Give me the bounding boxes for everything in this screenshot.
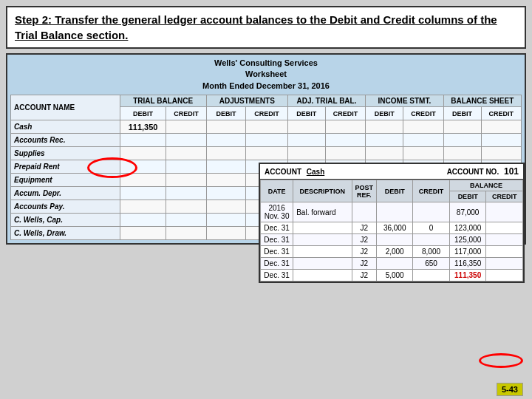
account-no-value: 101 (504, 166, 519, 177)
data-cell-5-2 (206, 187, 245, 200)
data-cell-2-2 (206, 147, 245, 160)
data-cell-1-5 (325, 134, 365, 147)
data-cell-1-4 (287, 134, 325, 147)
data-cell-1-2 (206, 134, 245, 147)
ledger-cell-2-2: J2 (352, 234, 377, 246)
ledger-cell-3-5: 117,000 (449, 246, 486, 258)
account-name-cell: Accounts Pay. (11, 200, 120, 214)
ledger-cell-4-3 (377, 258, 413, 270)
income-stmt-header: INCOME STMT. (366, 95, 443, 107)
ledger-cell-2-5: 125,000 (449, 234, 486, 246)
data-cell-2-0 (120, 147, 166, 160)
ledger-cell-5-5: 111,350 (449, 270, 486, 282)
ledger-cell-0-4 (413, 202, 449, 222)
ledger-cell-4-6 (486, 258, 523, 270)
ledger-cell-3-0: Dec. 31 (261, 246, 293, 258)
ledger-cell-4-1 (293, 258, 352, 270)
data-cell-7-1 (166, 214, 206, 227)
ledger-cell-5-4 (413, 270, 449, 282)
ledger-cell-4-2: J2 (352, 258, 377, 270)
document-type: Worksheet (10, 69, 522, 80)
ledger-cell-2-3 (377, 234, 413, 246)
ledger-cell-1-3: 36,000 (377, 222, 413, 234)
red-circle-ledger (479, 353, 523, 368)
ledger-row: Dec. 31J22,0008,000117,000 (261, 246, 523, 258)
ledger-cell-3-4: 8,000 (413, 246, 449, 258)
period-label: Month Ended December 31, 2016 (10, 81, 522, 92)
data-cell-6-1 (166, 200, 206, 214)
ledger-credit-header: CREDIT (413, 180, 449, 202)
account-name-header: ACCOUNT NAME (11, 95, 120, 120)
ledger-cell-0-5: 87,000 (449, 202, 486, 222)
adj-trial-bal-header: ADJ. TRIAL BAL. (287, 95, 365, 107)
data-cell-5-1 (166, 187, 206, 200)
account-name-cell: C. Wells, Draw. (11, 227, 120, 240)
ledger-row: 2016Nov. 30Bal. forward87,000 (261, 202, 523, 222)
company-name: Wells' Consulting Services (10, 58, 522, 69)
ledger-cell-1-4: 0 (413, 222, 449, 234)
account-name-cell: C. Wells, Cap. (11, 214, 120, 227)
main-container: Step 2: Transfer the general ledger acco… (0, 0, 532, 399)
data-cell-2-3 (246, 147, 288, 160)
ledger-cell-0-3 (377, 202, 413, 222)
data-cell-4-2 (206, 174, 245, 187)
data-cell-1-8 (443, 134, 481, 147)
data-cell-2-9 (481, 147, 521, 160)
data-cell-1-9 (481, 134, 521, 147)
page-title: Step 2: Transfer the general ledger acco… (15, 12, 517, 43)
data-cell-8-1 (166, 227, 206, 240)
ledger-cell-5-3: 5,000 (377, 270, 413, 282)
bs-debit-header: DEBIT (443, 107, 481, 120)
data-cell-2-8 (443, 147, 481, 160)
atb-credit-header: CREDIT (325, 107, 365, 120)
ledger-cell-5-0: Dec. 31 (261, 270, 293, 282)
data-cell-0-2 (206, 120, 245, 134)
data-cell-5-0 (120, 187, 166, 200)
data-cell-1-6 (366, 134, 403, 147)
ledger-cell-2-6 (486, 234, 523, 246)
data-cell-6-0 (120, 200, 166, 214)
data-cell-2-4 (287, 147, 325, 160)
data-cell-0-0: 111,350 (120, 120, 166, 134)
account-name-cell: Equipment (11, 174, 120, 187)
adjustments-header: ADJUSTMENTS (206, 95, 287, 107)
adj-credit-header: CREDIT (246, 107, 288, 120)
is-debit-header: DEBIT (366, 107, 403, 120)
data-cell-7-2 (206, 214, 245, 227)
data-cell-0-5 (325, 120, 365, 134)
ledger-row: Dec. 31J2650116,350 (261, 258, 523, 270)
data-cell-2-6 (366, 147, 403, 160)
account-name-cell: Cash (11, 120, 120, 134)
data-cell-1-0 (120, 134, 166, 147)
account-name-cell: Prepaid Rent (11, 160, 120, 174)
ledger-cell-2-1 (293, 234, 352, 246)
data-cell-3-1 (166, 160, 206, 174)
ledger-balance-header: BALANCE (449, 180, 522, 191)
ledger-desc-header: DESCRIPTION (293, 180, 352, 202)
data-cell-2-7 (403, 147, 443, 160)
data-cell-0-3 (246, 120, 288, 134)
ledger-cell-5-1 (293, 270, 352, 282)
account-label-text: ACCOUNT (265, 168, 301, 176)
account-no-label: ACCOUNT NO. (447, 168, 499, 176)
ledger-cell-1-5: 123,000 (449, 222, 486, 234)
ledger-cell-5-6 (486, 270, 523, 282)
account-name-cell: Accum. Depr. (11, 187, 120, 200)
ledger-cell-1-0: Dec. 31 (261, 222, 293, 234)
data-cell-6-2 (206, 200, 245, 214)
data-cell-1-7 (403, 134, 443, 147)
data-cell-0-9 (481, 120, 521, 134)
ledger-cell-4-0: Dec. 31 (261, 258, 293, 270)
data-cell-0-1 (166, 120, 206, 134)
page-number: 5-43 (497, 383, 523, 396)
ledger-cell-1-2: J2 (352, 222, 377, 234)
account-name-cell: Accounts Rec. (11, 134, 120, 147)
ledger-cell-2-4 (413, 234, 449, 246)
tb-credit-header: CREDIT (166, 107, 206, 120)
ledger-account-name: Cash (307, 168, 324, 176)
atb-debit-header: DEBIT (287, 107, 325, 120)
ledger-bal-credit-header: CREDIT (486, 191, 523, 202)
data-cell-0-6 (366, 120, 403, 134)
ledger-row: Dec. 31J2125,000 (261, 234, 523, 246)
ledger-cell-5-2: J2 (352, 270, 377, 282)
